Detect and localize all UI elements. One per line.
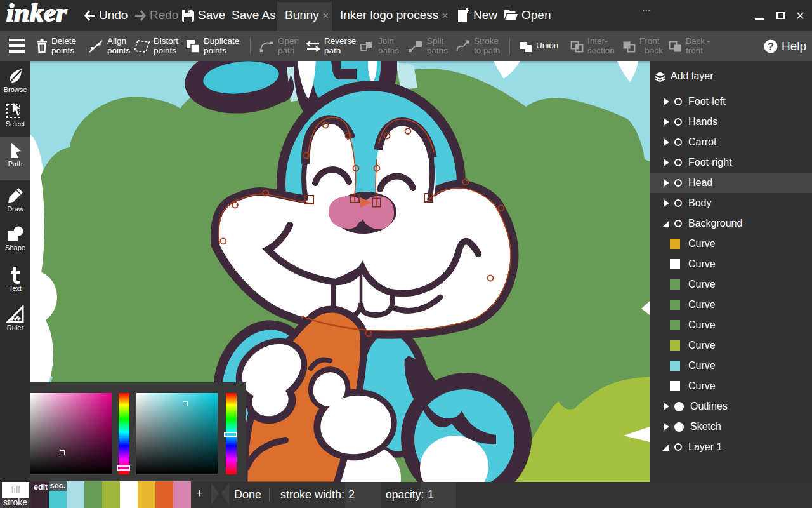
svg-text:?: ? (768, 41, 774, 51)
